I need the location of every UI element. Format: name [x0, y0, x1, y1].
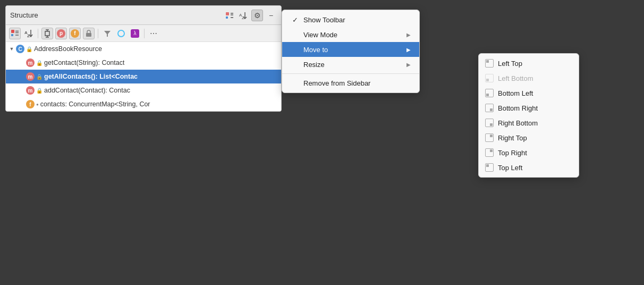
svg-rect-28 [490, 135, 493, 137]
menu-separator [282, 73, 419, 74]
lock-toolbar-btn[interactable] [83, 28, 95, 39]
sort-az-button[interactable]: A Z [238, 10, 249, 21]
tree-item[interactable]: m 🔒 addContact(Contact): Contac [6, 83, 281, 97]
svg-rect-29 [490, 149, 493, 152]
item-text: getContact(String): Contact [44, 59, 124, 66]
more-toolbar-btn[interactable]: ⋯ [148, 28, 159, 39]
submenu-item-bottom-right[interactable]: Bottom Right [479, 100, 579, 115]
az-toolbar-btn[interactable]: A Z [23, 28, 35, 39]
submenu-arrow-icon: ▶ [406, 62, 411, 68]
expand-arrow [19, 88, 24, 93]
menu-item-view-mode[interactable]: View Mode ▶ [282, 27, 419, 42]
svg-text:Z: Z [27, 33, 30, 38]
item-text: AddressBookResource [34, 45, 102, 53]
badge-m: m [26, 86, 35, 95]
right-bottom-pos-icon [486, 120, 493, 126]
menu-item-remove-sidebar[interactable]: Remove from Sidebar [282, 76, 419, 90]
pos-icon [485, 89, 494, 97]
f-badge: f [71, 29, 79, 38]
item-text: addContact(Contact): Contac [44, 87, 130, 94]
item-text: getAllContacts(): List<Contac [44, 73, 138, 80]
structure-panel: Structure A Z [5, 5, 282, 112]
submenu-item-left-bottom[interactable]: Left Bottom [479, 71, 579, 86]
menu-label: Right Bottom [498, 119, 538, 127]
menu-label: Left Top [498, 60, 522, 68]
submenu-item-right-bottom[interactable]: Right Bottom [479, 115, 579, 130]
tree-item-selected[interactable]: m 🔒 getAllContacts(): List<Contac [6, 70, 281, 83]
menu-item-resize[interactable]: Resize ▶ [282, 57, 419, 72]
expand-arrow [19, 102, 24, 107]
gear-button[interactable]: ⚙ [251, 10, 263, 21]
sort-az-icon: A Z [239, 11, 248, 20]
submenu-item-left-top[interactable]: Left Top [479, 56, 579, 71]
toolbar-sep-3 [144, 29, 145, 38]
menu-label: Right Top [498, 134, 527, 142]
submenu-item-right-top[interactable]: Right Top [479, 130, 579, 145]
tree-container: ▼ C 🔒 AddressBookResource m 🔒 getContact… [6, 42, 281, 111]
bottom-left-pos-icon [486, 90, 493, 96]
panel-header-icons: A Z ⚙ − [224, 10, 277, 21]
svg-marker-22 [104, 31, 111, 37]
svg-rect-25 [486, 94, 489, 96]
menu-label: Bottom Right [498, 104, 538, 112]
svg-rect-26 [490, 108, 493, 111]
lock-icon [85, 30, 92, 37]
tree-item[interactable]: m 🔒 getContact(String): Contact [6, 56, 281, 70]
minus-button[interactable]: − [265, 10, 277, 21]
submenu-item-bottom-left[interactable]: Bottom Left [479, 86, 579, 100]
cursor-toolbar-btn[interactable] [41, 28, 53, 39]
expand-arrow [19, 60, 24, 65]
top-left-pos-icon [486, 164, 493, 171]
lock-icon-2: 🔒 [36, 74, 43, 80]
filter-toolbar-btn[interactable] [101, 28, 113, 39]
left-top-pos-icon [486, 60, 493, 66]
pos-icon [485, 148, 494, 157]
move-to-submenu: Left Top Left Bottom Bottom Left Bottom … [478, 53, 579, 178]
menu-label: Top Left [498, 164, 522, 172]
left-bottom-pos-icon [486, 75, 493, 81]
menu-label: Bottom Left [498, 89, 533, 97]
submenu-item-top-right[interactable]: Top Right [479, 145, 579, 160]
menu-item-show-toolbar[interactable]: ✓ Show Toolbar [282, 12, 419, 27]
cursor-icon [43, 29, 52, 38]
svg-rect-27 [490, 123, 493, 126]
circle-dot: ● [36, 102, 39, 107]
pos-icon [485, 119, 494, 127]
svg-rect-21 [86, 33, 91, 37]
check-icon: ✓ [291, 16, 299, 24]
submenu-item-top-left[interactable]: Top Left [479, 160, 579, 175]
panel-header: Structure A Z [6, 6, 281, 25]
menu-label: Show Toolbar [303, 16, 411, 24]
sort-by-type-button[interactable] [224, 10, 235, 21]
sort-type-icon [225, 11, 234, 20]
pos-icon [485, 104, 494, 112]
menu-item-move-to[interactable]: Move to ▶ [282, 42, 419, 57]
bottom-right-pos-icon [486, 105, 493, 111]
p-badge: p [57, 29, 65, 38]
context-menu: ✓ Show Toolbar View Mode ▶ Move to ▶ Res… [282, 10, 420, 93]
submenu-arrow-icon: ▶ [406, 32, 411, 38]
expand-arrow: ▼ [9, 46, 14, 52]
f-toolbar-btn[interactable]: f [69, 28, 81, 39]
tree-item[interactable]: ▼ C 🔒 AddressBookResource [6, 42, 281, 56]
toolbar-sep-2 [98, 29, 98, 38]
menu-label: Top Right [498, 149, 527, 157]
tree-item[interactable]: f ● contacts: ConcurrentMap<String, Cor [6, 97, 281, 111]
lock-icon-0: 🔒 [26, 46, 32, 52]
pos-icon [485, 133, 494, 142]
svg-rect-18 [45, 31, 49, 36]
circle-icon [117, 30, 125, 37]
svg-rect-23 [486, 60, 489, 63]
menu-label: Remove from Sidebar [303, 79, 411, 87]
menu-label: Resize [303, 61, 402, 69]
badge-m: m [26, 72, 35, 81]
p-toolbar-btn[interactable]: p [55, 28, 67, 39]
svg-rect-9 [11, 34, 13, 36]
menu-label: Left Bottom [498, 74, 533, 82]
badge-c: C [16, 45, 24, 53]
lambda-toolbar-btn[interactable]: λ [129, 28, 141, 39]
item-text: contacts: ConcurrentMap<String, Cor [40, 100, 150, 108]
sort-toolbar-btn[interactable] [9, 28, 21, 39]
circle-toolbar-btn[interactable] [115, 28, 127, 39]
menu-label: Move to [303, 46, 402, 54]
